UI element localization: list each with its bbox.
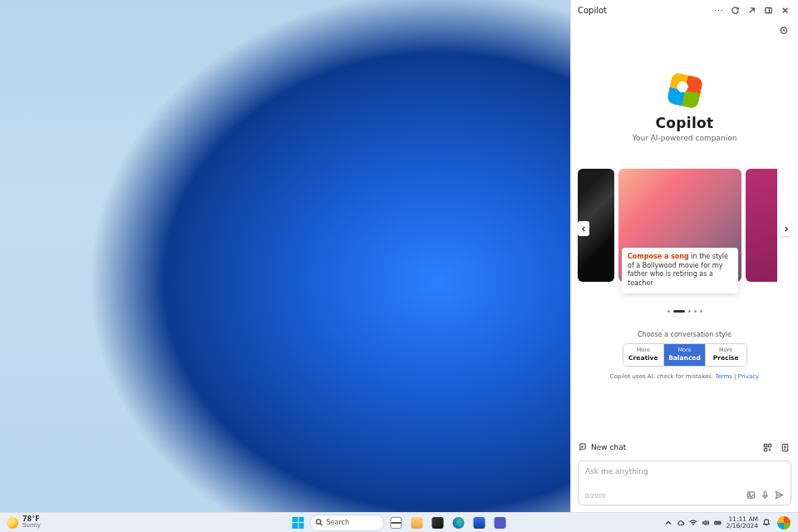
notifications-button[interactable] <box>762 519 771 527</box>
close-icon <box>781 6 790 15</box>
copilot-subheading: Your AI-powered companion <box>633 134 737 142</box>
copilot-pane: Copilot Copilot <box>570 0 798 512</box>
refresh-icon <box>731 6 740 15</box>
photos-icon <box>432 517 444 529</box>
desktop-wallpaper[interactable] <box>0 0 570 512</box>
volume-icon <box>702 519 710 527</box>
dot-active[interactable] <box>673 310 685 313</box>
dock-button[interactable] <box>760 2 776 18</box>
svg-point-2 <box>721 9 722 10</box>
photos-button[interactable] <box>429 514 447 532</box>
chat-input-container: 0/2000 <box>578 461 791 505</box>
history-button[interactable] <box>775 22 791 38</box>
task-view-button[interactable] <box>387 514 406 532</box>
start-button[interactable] <box>289 514 308 532</box>
copilot-logo-icon <box>666 71 703 109</box>
file-explorer-button[interactable] <box>408 514 426 532</box>
svg-rect-7 <box>764 448 766 451</box>
svg-rect-3 <box>765 7 771 12</box>
image-icon <box>746 490 756 500</box>
wifi-icon <box>689 519 697 527</box>
store-icon <box>474 517 485 529</box>
copilot-titlebar: Copilot <box>571 0 798 20</box>
edge-button[interactable] <box>450 514 468 532</box>
bell-icon <box>762 519 771 527</box>
dot[interactable] <box>694 310 697 313</box>
svg-rect-5 <box>764 444 766 446</box>
svg-point-0 <box>715 9 716 10</box>
taskbar-search[interactable]: Search <box>310 515 385 531</box>
terms-link[interactable]: Terms <box>715 373 732 380</box>
copilot-heading: Copilot <box>656 115 714 131</box>
carousel-card-current[interactable]: Compose a song in the style of a Bollywo… <box>618 169 741 282</box>
refresh-button[interactable] <box>727 2 743 18</box>
style-precise[interactable]: More Precise <box>706 344 746 366</box>
plugins-button[interactable] <box>761 441 774 454</box>
disclaimer: Copilot uses AI, check for mistakes. Ter… <box>610 373 759 380</box>
style-selector: More Creative More Balanced More Precise <box>623 343 747 367</box>
search-placeholder: Search <box>327 519 349 526</box>
edge-icon <box>453 517 465 529</box>
copilot-taskbar-button[interactable] <box>775 514 793 532</box>
taskbar: 78°F Sunny Search <box>0 512 798 532</box>
windows-icon <box>293 517 304 529</box>
clock-date: 2/16/2024 <box>727 523 758 530</box>
store-button[interactable] <box>470 514 489 532</box>
dot[interactable] <box>688 310 691 313</box>
carousel-indicator <box>667 310 702 313</box>
battery-tray[interactable] <box>714 519 722 527</box>
taskbar-weather[interactable]: 78°F Sunny <box>0 516 47 529</box>
carousel-card-next[interactable] <box>746 169 777 282</box>
tray-overflow-button[interactable] <box>664 519 672 527</box>
dot[interactable] <box>667 310 670 313</box>
open-external-icon <box>747 6 756 15</box>
chevron-left-icon <box>581 226 587 232</box>
chevron-right-icon <box>783 226 789 232</box>
chat-input[interactable] <box>585 467 784 475</box>
new-chat-icon <box>578 442 587 453</box>
open-external-button[interactable] <box>743 2 760 18</box>
ellipsis-icon <box>714 6 723 15</box>
style-balanced[interactable]: More Balanced <box>664 344 706 366</box>
suggestion-carousel: Compose a song in the style of a Bollywo… <box>571 169 798 288</box>
svg-point-1 <box>717 9 718 10</box>
teams-button[interactable] <box>491 514 510 532</box>
notebook-button[interactable] <box>778 441 791 454</box>
history-icon <box>779 26 788 35</box>
notebook-icon <box>781 443 790 452</box>
wifi-tray[interactable] <box>689 519 697 527</box>
folder-icon <box>411 517 423 529</box>
attach-image-button[interactable] <box>746 490 756 501</box>
dot[interactable] <box>700 310 702 313</box>
svg-rect-6 <box>768 444 771 446</box>
new-chat-label[interactable]: New chat <box>591 443 626 451</box>
style-label: Choose a conversation style <box>638 331 732 338</box>
taskbar-center: Search <box>289 513 510 532</box>
carousel-prev-button[interactable] <box>578 221 589 236</box>
char-counter: 0/2000 <box>585 493 606 500</box>
copilot-icon <box>777 516 791 530</box>
close-button[interactable] <box>776 2 793 18</box>
svg-rect-11 <box>764 491 766 495</box>
more-button[interactable] <box>710 2 727 18</box>
style-creative[interactable]: More Creative <box>623 344 665 366</box>
taskbar-tray: 11:11 AM 2/16/2024 <box>664 514 798 532</box>
send-button[interactable] <box>775 490 784 501</box>
svg-rect-15 <box>715 522 719 524</box>
cloud-icon <box>677 519 685 527</box>
mic-button[interactable] <box>761 490 770 501</box>
search-icon <box>316 519 323 526</box>
mic-icon <box>761 490 770 500</box>
volume-tray[interactable] <box>702 519 710 527</box>
carousel-next-button[interactable] <box>780 221 791 236</box>
svg-point-10 <box>749 493 750 494</box>
svg-point-13 <box>692 525 693 525</box>
copilot-title: Copilot <box>578 6 607 15</box>
onedrive-tray[interactable] <box>677 519 685 527</box>
chevron-up-icon <box>664 519 672 527</box>
copilot-footer: New chat 0/2000 <box>571 436 798 512</box>
privacy-link[interactable]: Privacy <box>738 373 759 380</box>
taskbar-clock[interactable]: 11:11 AM 2/16/2024 <box>727 516 758 530</box>
desktop: Copilot Copilot <box>0 0 798 512</box>
carousel-caption: Compose a song in the style of a Bollywo… <box>622 248 738 293</box>
